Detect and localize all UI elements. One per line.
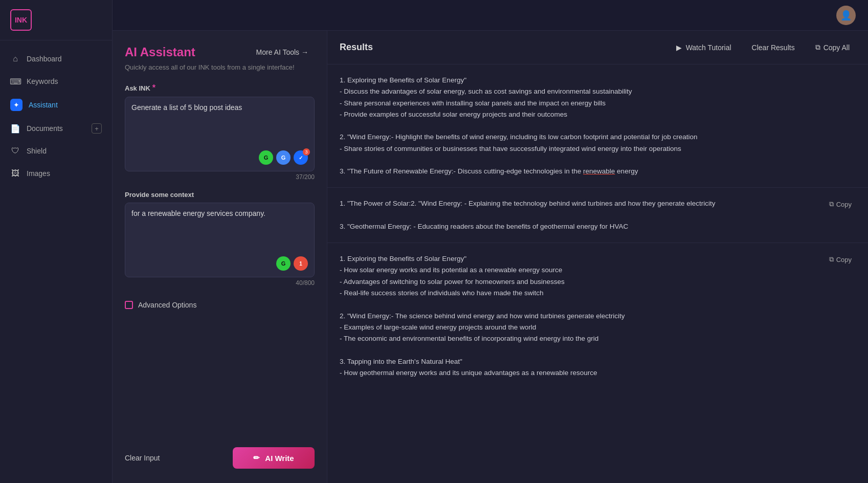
results-header: Results ▶ Watch Tutorial Clear Results ⧉…: [327, 31, 868, 64]
context-char-count: 40/800: [125, 279, 315, 287]
context-icon-row: G 1: [131, 256, 308, 271]
more-tools-label: More AI Tools →: [256, 48, 308, 56]
right-panel: Results ▶ Watch Tutorial Clear Results ⧉…: [327, 31, 868, 483]
ask-ink-label: Ask INK *: [125, 83, 315, 93]
result-block-1: 1. Exploring the Benefits of Solar Energ…: [327, 64, 868, 188]
context-ai-badge: 1: [294, 256, 308, 271]
notification-badge: 3: [303, 148, 310, 156]
form-actions: Clear Input ✏ AI Write: [125, 447, 315, 469]
images-icon: 🖼: [10, 168, 20, 179]
grammarly-icon-2: G: [276, 256, 291, 271]
copy-icon-2: ⧉: [829, 200, 834, 208]
required-indicator: *: [152, 83, 155, 93]
grammarly-icon: G: [259, 150, 273, 165]
copy-button-2[interactable]: ⧉ Copy: [825, 198, 856, 210]
result-block-2: 1. "The Power of Solar:2. "Wind Energy: …: [327, 188, 868, 243]
play-icon: ▶: [676, 43, 682, 52]
panel-header: AI Assistant More AI Tools →: [125, 45, 315, 59]
underlined-word: renewable: [583, 167, 615, 175]
user-avatar[interactable]: 👤: [836, 6, 856, 25]
sidebar-nav: ⌂ Dashboard ⌨ Keywords ✦ Assistant 📄 Doc…: [0, 40, 112, 192]
badge-notification: ✓ 3: [294, 150, 308, 165]
main-content: AI Assistant More AI Tools → Quickly acc…: [113, 31, 868, 483]
sidebar: INK ⌂ Dashboard ⌨ Keywords ✦ Assistant 📄…: [0, 0, 113, 483]
clear-results-button[interactable]: Clear Results: [746, 40, 801, 55]
context-label: Provide some context: [125, 191, 315, 199]
context-input[interactable]: [131, 209, 308, 250]
sidebar-item-label: Assistant: [29, 101, 58, 109]
add-document-button[interactable]: +: [92, 123, 102, 134]
copy-button-3[interactable]: ⧉ Copy: [825, 253, 856, 266]
logo-box: INK: [10, 9, 32, 31]
advanced-options-label: Advanced Options: [138, 301, 196, 309]
documents-row: Documents +: [27, 123, 102, 134]
dashboard-icon: ⌂: [10, 54, 20, 64]
assistant-icon: ✦: [13, 101, 19, 109]
watch-tutorial-button[interactable]: ▶ Watch Tutorial: [670, 40, 738, 55]
sidebar-item-label: Images: [27, 169, 50, 178]
sidebar-item-label: Shield: [27, 147, 47, 155]
keywords-icon: ⌨: [10, 76, 20, 86]
pencil-icon: ✏: [253, 453, 260, 463]
result-text-3: 1. Exploring the Benefits of Solar Energ…: [340, 253, 856, 379]
copy-all-button[interactable]: ⧉ Copy All: [809, 40, 856, 55]
sidebar-item-assistant[interactable]: ✦ Assistant: [0, 94, 112, 116]
advanced-options-checkbox[interactable]: [125, 301, 133, 309]
google-icon: G: [276, 150, 291, 165]
sidebar-item-shield[interactable]: 🛡 Shield: [0, 141, 112, 161]
context-badge-notification: 1: [294, 256, 308, 271]
assistant-icon-bg: ✦: [10, 99, 23, 111]
ai-write-button[interactable]: ✏ AI Write: [233, 447, 315, 469]
topbar: 👤: [113, 0, 868, 31]
ask-ink-input[interactable]: [131, 103, 308, 144]
result-text-1: 1. Exploring the Benefits of Solar Energ…: [340, 75, 856, 177]
ask-ink-icon-row: G G ✓ 3: [131, 150, 308, 165]
sidebar-item-dashboard[interactable]: ⌂ Dashboard: [0, 49, 112, 69]
context-textarea-wrapper: G 1: [125, 203, 315, 277]
result-text-2: 1. "The Power of Solar:2. "Wind Energy: …: [340, 198, 856, 232]
copy-all-icon: ⧉: [815, 43, 820, 52]
sidebar-item-documents[interactable]: 📄 Documents +: [0, 118, 112, 139]
left-panel: AI Assistant More AI Tools → Quickly acc…: [113, 31, 327, 483]
panel-title: AI Assistant: [125, 45, 195, 59]
sidebar-item-keywords[interactable]: ⌨ Keywords: [0, 71, 112, 92]
sidebar-item-label: Keywords: [27, 77, 58, 85]
results-content: 1. Exploring the Benefits of Solar Energ…: [327, 64, 868, 483]
result-block-3: 1. Exploring the Benefits of Solar Energ…: [327, 243, 868, 389]
ask-ink-textarea-wrapper: G G ✓ 3: [125, 97, 315, 171]
advanced-options-row: Advanced Options: [125, 301, 315, 309]
sidebar-item-images[interactable]: 🖼 Images: [0, 163, 112, 184]
shield-icon: 🛡: [10, 146, 20, 156]
copy-icon-3: ⧉: [829, 255, 834, 264]
panel-subtitle: Quickly access all of our INK tools from…: [125, 63, 315, 71]
documents-icon: 📄: [10, 123, 20, 134]
sidebar-item-label: Documents: [27, 124, 63, 133]
logo-area: INK: [0, 0, 112, 40]
sidebar-item-label: Dashboard: [27, 55, 62, 63]
ask-ink-char-count: 37/200: [125, 173, 315, 181]
more-ai-tools-button[interactable]: More AI Tools →: [250, 45, 315, 59]
clear-input-button[interactable]: Clear Input: [125, 449, 160, 467]
results-title: Results: [340, 42, 662, 53]
